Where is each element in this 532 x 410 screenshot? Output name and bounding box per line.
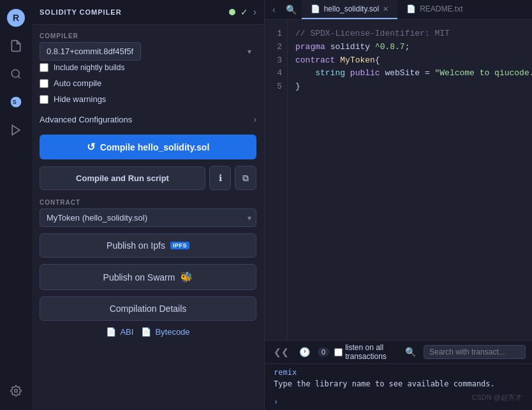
compiler-version-wrapper: 0.8.17+commit.8df45f5f	[40, 42, 256, 61]
publish-swarm-label: Publish on Swarm	[103, 272, 175, 282]
sidebar-content: COMPILER 0.8.17+commit.8df45f5f Include …	[32, 25, 264, 344]
expand-icon[interactable]: ›	[253, 6, 256, 18]
bytecode-button[interactable]: 📄 Bytecode	[141, 327, 189, 337]
publish-ipfs-label: Publish on Ipfs	[107, 240, 165, 251]
status-indicator	[229, 9, 235, 15]
abi-bytecode-row: 📄 ABI 📄 Bytecode	[40, 327, 256, 337]
contract-select[interactable]: MyToken (hello_solidity.sol)	[40, 209, 256, 227]
advanced-chevron-icon: ›	[253, 114, 256, 124]
info-button[interactable]: ℹ	[209, 166, 231, 190]
console-toolbar: ❮❮ 🕐 0 listen on all transactions 🔍	[265, 340, 532, 364]
compile-run-label: Compile and Run script	[76, 173, 169, 183]
tabs-bar: ‹ 🔍 📄 hello_solidity.sol ✕ 📄 README.txt	[265, 0, 532, 20]
compile-refresh-icon: ↺	[87, 141, 95, 153]
info-icon: ℹ	[219, 173, 222, 183]
compiler-section-label: COMPILER	[40, 33, 256, 40]
advanced-config-row[interactable]: Advanced Configurations ›	[40, 110, 256, 128]
transaction-count-badge: 0	[318, 348, 329, 356]
tab-hello-icon: 📄	[311, 4, 320, 13]
prompt-arrow-icon: ›	[274, 397, 278, 406]
files-icon[interactable]	[3, 33, 29, 59]
sidebar-title: SOLIDITY COMPILER	[40, 8, 122, 16]
tab-readme[interactable]: 📄 README.txt	[397, 0, 471, 19]
console-collapse-btn[interactable]: ❮❮	[271, 346, 292, 358]
listen-all-checkbox[interactable]	[334, 348, 343, 356]
tab-hello-solidity[interactable]: 📄 hello_solidity.sol ✕	[302, 0, 398, 19]
abi-button[interactable]: 📄 ABI	[106, 327, 133, 337]
sidebar-panel: SOLIDITY COMPILER ✓ › COMPILER 0.8.17+co…	[32, 0, 265, 410]
abi-label: ABI	[120, 327, 133, 337]
tab-readme-label: README.txt	[420, 4, 462, 13]
deploy-icon[interactable]	[3, 117, 29, 143]
settings-icon[interactable]	[3, 378, 29, 404]
compile-run-button[interactable]: Compile and Run script	[40, 166, 205, 190]
copy-button[interactable]: ⧉	[235, 166, 256, 190]
compile-button[interactable]: ↺ Compile hello_solidity.sol	[40, 135, 256, 159]
auto-compile-row: Auto compile	[40, 78, 256, 88]
auto-compile-checkbox[interactable]	[40, 79, 48, 88]
check-icon: ✓	[240, 7, 248, 17]
nightly-row: Include nightly builds	[40, 63, 256, 72]
bytecode-label: Bytecode	[155, 327, 189, 337]
sidebar-header-icons: ✓ ›	[229, 6, 256, 18]
hide-warnings-label: Hide warnings	[54, 94, 106, 104]
tab-close-icon[interactable]: ✕	[383, 5, 388, 13]
compilation-details-label: Compilation Details	[110, 304, 187, 314]
abi-icon: 📄	[106, 327, 116, 337]
auto-compile-label: Auto compile	[54, 78, 101, 88]
publish-swarm-button[interactable]: Publish on Swarm 🐝	[40, 264, 256, 290]
svg-text:S: S	[13, 99, 17, 105]
hide-warnings-checkbox[interactable]	[40, 95, 48, 104]
console-search-input[interactable]	[424, 345, 526, 359]
compiler-section: COMPILER 0.8.17+commit.8df45f5f Include …	[40, 33, 256, 72]
line-numbers: 1 2 3 4 5	[265, 20, 288, 340]
advanced-config-label: Advanced Configurations	[40, 115, 132, 124]
console-clear-btn[interactable]: 🕐	[297, 346, 313, 358]
hide-warnings-row: Hide warnings	[40, 94, 256, 104]
compilation-details-button[interactable]: Compilation Details	[40, 297, 256, 321]
copy-icon: ⧉	[242, 173, 249, 184]
nightly-checkbox[interactable]	[40, 63, 48, 72]
contract-select-wrapper: MyToken (hello_solidity.sol)	[40, 209, 256, 227]
tab-scroll-left[interactable]: ‹	[267, 1, 281, 18]
tab-readme-icon: 📄	[406, 4, 416, 13]
nightly-label: Include nightly builds	[54, 63, 124, 72]
compile-run-row: Compile and Run script ℹ ⧉	[40, 166, 256, 190]
compile-button-label: Compile hello_solidity.sol	[100, 142, 210, 152]
svg-line-1	[18, 76, 20, 78]
console-output-line: Type the library name to see available c…	[274, 379, 523, 388]
listen-all-label: listen on all transactions	[345, 343, 397, 361]
swarm-icon: 🐝	[180, 271, 193, 283]
tab-search-btn[interactable]: 🔍	[281, 1, 302, 18]
icon-bar: R S	[0, 0, 32, 410]
home-icon[interactable]: R	[3, 5, 29, 31]
console-remix-label: remix	[274, 368, 523, 377]
sidebar-header: SOLIDITY COMPILER ✓ ›	[32, 0, 264, 25]
search-icon[interactable]	[3, 61, 29, 87]
tab-hello-label: hello_solidity.sol	[324, 4, 380, 13]
svg-marker-4	[12, 126, 20, 135]
watermark: CSDN @赵齐才	[472, 393, 522, 402]
main-area: ‹ 🔍 📄 hello_solidity.sol ✕ 📄 README.txt …	[265, 0, 532, 410]
code-content[interactable]: // SPDX-License-Identifier: MIT pragma s…	[288, 20, 532, 340]
svg-point-0	[11, 70, 19, 77]
publish-ipfs-button[interactable]: Publish on Ipfs IPFS	[40, 233, 256, 258]
console-search-btn[interactable]: 🔍	[403, 346, 418, 358]
contract-section-label: CONTRACT	[40, 199, 256, 206]
svg-point-5	[15, 390, 18, 393]
ipfs-badge: IPFS	[170, 242, 189, 249]
bytecode-icon: 📄	[141, 327, 151, 337]
compiler-version-select[interactable]: 0.8.17+commit.8df45f5f	[40, 42, 141, 61]
contract-section: CONTRACT MyToken (hello_solidity.sol)	[40, 199, 256, 227]
editor-area: 1 2 3 4 5 // SPDX-License-Identifier: MI…	[265, 20, 532, 340]
listen-checkbox-row: listen on all transactions	[334, 343, 397, 361]
compiler-icon[interactable]: S	[3, 89, 29, 115]
